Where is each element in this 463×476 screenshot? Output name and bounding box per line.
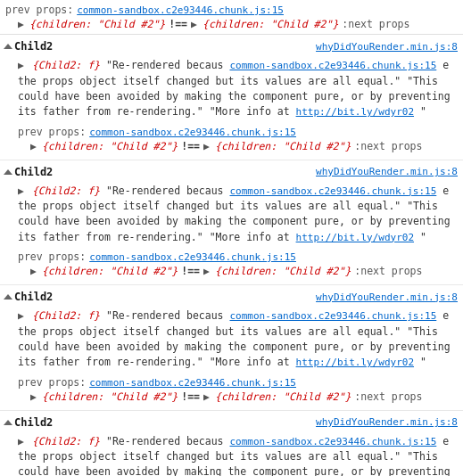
prev-props-link-2[interactable]: common-sandbox.c2e93446.chunk.js:15 xyxy=(89,377,296,389)
entry-body-3: ▶ {Child2: f} "Re-rendered becaus common… xyxy=(0,431,463,477)
reason-arrow-1: ▶ xyxy=(18,185,24,197)
prev-props-label-top: prev props: xyxy=(5,4,73,16)
prev-props-label-1: prev props: xyxy=(18,250,86,263)
reason-block-3: ▶ {Child2: f} "Re-rendered becaus common… xyxy=(18,432,451,477)
entry-0: Child2 whyDidYouRender.min.js:8 ▶ {Child… xyxy=(0,35,463,160)
prev-props-link-top[interactable]: common-sandbox.c2e93446.chunk.js:15 xyxy=(77,4,284,16)
comp-arrow-prev-0: ▶ xyxy=(30,140,37,152)
component-name-1: Child2 xyxy=(14,166,53,178)
comp-prev-2: {children: "Child #2"} xyxy=(42,390,178,403)
reason-intro-0: "Re-rendered becaus xyxy=(106,59,224,71)
entry-header-left-2: Child2 xyxy=(5,291,53,303)
expand-icon-0 xyxy=(4,44,12,49)
entry-header-left-0: Child2 xyxy=(5,40,53,53)
comp-arrow-next-1: ▶ xyxy=(203,265,210,277)
source-link-0[interactable]: whyDidYouRender.min.js:8 xyxy=(316,41,458,53)
component-name-2: Child2 xyxy=(14,291,53,303)
entry-3: Child2 whyDidYouRender.min.js:8 ▶ {Child… xyxy=(0,411,463,477)
props-comparison-0: ▶ {children: "Child #2"} !== ▶ {children… xyxy=(18,140,451,152)
component-name-0: Child2 xyxy=(14,40,53,53)
reason-arrow-3: ▶ xyxy=(18,435,24,447)
entry-header-1[interactable]: Child2 whyDidYouRender.min.js:8 xyxy=(0,164,463,180)
entry-header-0[interactable]: Child2 whyDidYouRender.min.js:8 xyxy=(0,38,463,54)
comp-arrow-prev-1: ▶ xyxy=(30,265,37,277)
prev-props-row-2: prev props: common-sandbox.c2e93446.chun… xyxy=(18,376,451,389)
prev-props-link-0[interactable]: common-sandbox.c2e93446.chunk.js:15 xyxy=(89,127,296,138)
entry-header-left-1: Child2 xyxy=(5,166,53,178)
reason-block-1: ▶ {Child2: f} "Re-rendered becaus common… xyxy=(18,182,451,248)
reason-intro-1: "Re-rendered becaus xyxy=(106,185,224,197)
reason-link-0[interactable]: common-sandbox.c2e93446.chunk.js:15 xyxy=(229,60,436,71)
source-link-3[interactable]: whyDidYouRender.min.js:8 xyxy=(316,416,458,428)
prev-props-label-0: prev props: xyxy=(18,126,86,138)
prev-props-row-0: prev props: common-sandbox.c2e93446.chun… xyxy=(18,126,451,138)
neq-sign-2: !== xyxy=(181,390,200,403)
prev-props-row-1: prev props: common-sandbox.c2e93446.chun… xyxy=(18,250,451,263)
reason-end-2: " xyxy=(420,356,426,368)
reason-code-2: {Child2: f} xyxy=(32,309,100,322)
neq-sign-top: !== xyxy=(169,18,187,30)
reason-intro-3: "Re-rendered becaus xyxy=(106,435,224,447)
entry-1: Child2 whyDidYouRender.min.js:8 ▶ {Child… xyxy=(0,160,463,286)
props-comparison-2: ▶ {children: "Child #2"} !== ▶ {children… xyxy=(18,390,451,403)
neq-sign-1: !== xyxy=(181,265,200,277)
entry-header-left-3: Child2 xyxy=(5,416,53,429)
next-label-0: :next props xyxy=(354,140,422,152)
comp-next-1: {children: "Child #2"} xyxy=(215,265,351,277)
reason-more-link-1[interactable]: http://bit.ly/wdyr02 xyxy=(296,232,414,243)
props-comparison-1: ▶ {children: "Child #2"} !== ▶ {children… xyxy=(18,265,451,277)
neq-sign-0: !== xyxy=(181,140,200,152)
comp-prev-1: {children: "Child #2"} xyxy=(42,265,178,277)
entry-body-1: ▶ {Child2: f} "Re-rendered becaus common… xyxy=(0,180,463,282)
arrow-icon-next-top: ▶ xyxy=(191,18,197,30)
comp-arrow-next-2: ▶ xyxy=(203,390,210,403)
reason-code-3: {Child2: f} xyxy=(32,435,100,447)
next-label-2: :next props xyxy=(354,390,422,403)
reason-end-1: " xyxy=(420,231,426,243)
comp-arrow-prev-2: ▶ xyxy=(30,390,37,403)
prev-value-top: {children: "Child #2"} xyxy=(29,18,165,30)
comp-next-0: {children: "Child #2"} xyxy=(215,140,351,152)
entry-2: Child2 whyDidYouRender.min.js:8 ▶ {Child… xyxy=(0,285,463,411)
reason-link-3[interactable]: common-sandbox.c2e93446.chunk.js:15 xyxy=(229,436,436,447)
reason-code-0: {Child2: f} xyxy=(32,59,100,71)
reason-link-1[interactable]: common-sandbox.c2e93446.chunk.js:15 xyxy=(229,185,436,197)
reason-end-0: " xyxy=(420,105,426,118)
reason-more-link-2[interactable]: http://bit.ly/wdyr02 xyxy=(296,357,414,368)
arrow-icon-top: ▶ xyxy=(18,18,24,30)
reason-more-link-0[interactable]: http://bit.ly/wdyr02 xyxy=(296,106,414,118)
source-link-1[interactable]: whyDidYouRender.min.js:8 xyxy=(316,166,458,177)
entries-container: Child2 whyDidYouRender.min.js:8 ▶ {Child… xyxy=(0,35,463,476)
expand-icon-2 xyxy=(4,294,12,300)
next-value-top: {children: "Child #2"} xyxy=(203,18,338,30)
prev-props-link-1[interactable]: common-sandbox.c2e93446.chunk.js:15 xyxy=(89,251,296,263)
entry-body-0: ▶ {Child2: f} "Re-rendered becaus common… xyxy=(0,54,463,156)
reason-code-1: {Child2: f} xyxy=(32,185,100,197)
reason-block-0: ▶ {Child2: f} "Re-rendered becaus common… xyxy=(18,56,451,122)
entry-header-2[interactable]: Child2 whyDidYouRender.min.js:8 xyxy=(0,289,463,305)
reason-arrow-2: ▶ xyxy=(18,309,24,322)
comp-arrow-next-0: ▶ xyxy=(203,140,210,152)
prev-props-label-2: prev props: xyxy=(18,376,86,389)
entry-body-2: ▶ {Child2: f} "Re-rendered becaus common… xyxy=(0,305,463,406)
comp-next-2: {children: "Child #2"} xyxy=(215,390,351,403)
next-label-top: :next props xyxy=(342,18,409,30)
reason-link-2[interactable]: common-sandbox.c2e93446.chunk.js:15 xyxy=(229,310,436,322)
reason-intro-2: "Re-rendered becaus xyxy=(106,309,224,322)
entry-header-3[interactable]: Child2 whyDidYouRender.min.js:8 xyxy=(0,414,463,431)
expand-icon-3 xyxy=(4,420,12,425)
component-name-3: Child2 xyxy=(14,416,53,429)
source-link-2[interactable]: whyDidYouRender.min.js:8 xyxy=(316,291,458,303)
comp-prev-0: {children: "Child #2"} xyxy=(42,140,178,152)
reason-arrow-0: ▶ xyxy=(18,59,24,71)
next-label-1: :next props xyxy=(354,265,422,277)
top-partial-row: prev props: common-sandbox.c2e93446.chun… xyxy=(0,0,463,35)
expand-icon-1 xyxy=(4,169,12,175)
reason-block-2: ▶ {Child2: f} "Re-rendered becaus common… xyxy=(18,307,451,373)
